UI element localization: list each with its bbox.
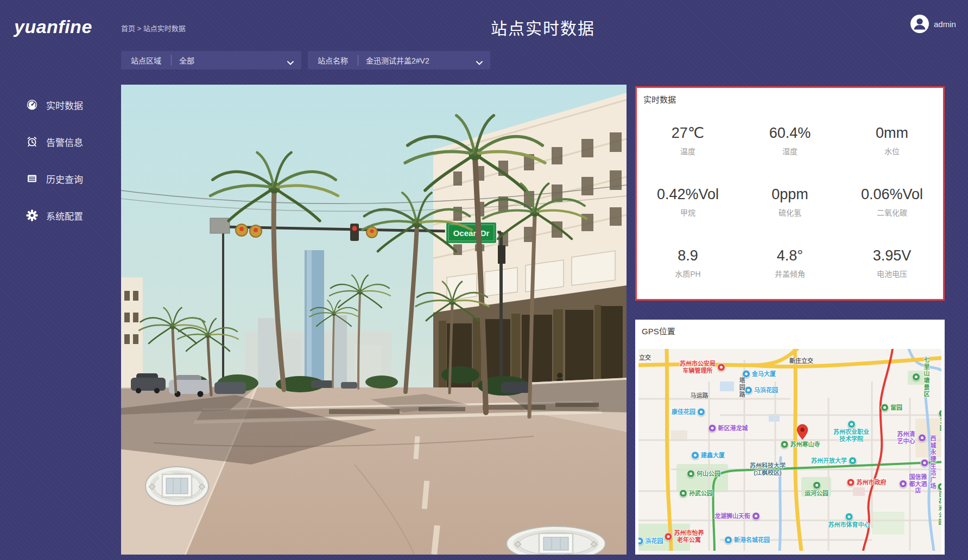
map-base: [638, 349, 941, 551]
map-poi-label: 苏州清艺中心: [896, 431, 916, 444]
map-poi-icon: [724, 536, 732, 544]
user-menu[interactable]: admin: [910, 14, 956, 34]
map-poi-label: 新区港龙城: [718, 425, 748, 432]
map-poi-label: 百花洲公园: [938, 491, 942, 525]
map-poi: 苏州农业职业 技术学院: [833, 420, 869, 442]
map-poi-label: 苏州市体育中心: [828, 521, 870, 529]
map-poi-icon: [813, 481, 821, 489]
map-poi: 苏州市政府: [847, 479, 887, 487]
metric-value: 0.42%Vol: [657, 186, 719, 203]
sidebar-item-label: 实时数据: [46, 98, 83, 112]
map-poi-label: 七里山塘景区: [922, 357, 932, 398]
map-poi-icon: [847, 420, 856, 428]
map-poi-icon: [845, 513, 853, 521]
gauge-icon: [26, 99, 38, 111]
region-select-label: 站点区域: [121, 55, 171, 66]
page-title: 站点实时数据: [304, 15, 782, 39]
map-poi-icon: [744, 386, 752, 394]
map-poi-label: 运河公园: [805, 490, 828, 497]
map-poi: 建鑫大厦: [691, 451, 725, 460]
breadcrumb: 首页 > 站点实时数据: [121, 23, 186, 33]
metric-value: 0mm: [876, 125, 908, 142]
map-poi-label: 浜花园: [646, 538, 663, 545]
map-poi-icon: [665, 533, 673, 541]
sidebar-item-history-query[interactable]: 历史查询: [0, 170, 106, 187]
region-select[interactable]: 站点区域 全部: [121, 51, 301, 69]
map-poi-icon: [921, 459, 929, 467]
username: admin: [934, 20, 956, 29]
map-poi: 苏州市公安局 车辆管理所: [680, 360, 725, 374]
map-poi-icon: [679, 489, 687, 498]
metric-value: 4.8°: [777, 247, 803, 264]
map-poi: 苏州寒山寺: [781, 441, 820, 449]
metric-label: 硫化氢: [779, 207, 801, 218]
gps-panel-title: GPS位置: [642, 325, 675, 336]
map-poi-label: 孙武公园: [689, 490, 713, 497]
history-icon: [26, 173, 38, 184]
map-poi-icon: [687, 470, 695, 478]
metric-methane: 0.42%Vol甲烷: [637, 171, 739, 232]
metric-water-level: 0mm水位: [841, 110, 943, 171]
map-poi-icon: [899, 480, 907, 488]
metric-value: 27℃: [672, 124, 704, 142]
site-select[interactable]: 站点名称 金迅测试井盖2#V2: [308, 51, 490, 69]
sidebar-item-alarm-info[interactable]: 告警信息: [0, 133, 106, 150]
map-poi-label: 立交: [639, 354, 651, 361]
map-poi-icon: [638, 537, 644, 545]
brand-logo: yuanfine: [14, 16, 92, 37]
map-poi-icon: [938, 482, 942, 491]
map-poi: 七里山塘景区: [912, 357, 932, 398]
sidebar-item-label: 系统配置: [46, 209, 83, 222]
map-poi: 运河公园: [805, 481, 828, 497]
map-poi-icon: [847, 479, 855, 487]
map-poi: 马浜花园: [744, 386, 778, 394]
map-poi-icon: [849, 457, 857, 465]
chevron-down-icon: [287, 58, 294, 62]
app-root: yuanfine 首页 > 站点实时数据 站点实时数据 admin 站点区域 全…: [0, 0, 968, 560]
map-poi-icon: [912, 373, 920, 381]
map-poi-label: 西城永捷 生活广场: [931, 435, 937, 490]
chevron-down-icon: [476, 58, 483, 62]
metric-value: 60.4%: [769, 125, 811, 142]
sidebar-item-label: 告警信息: [46, 135, 83, 149]
metric-label: 温度: [680, 145, 695, 156]
map-poi-label: 新庄立交: [789, 358, 813, 365]
map-poi-icon: [939, 409, 942, 417]
map-poi: 塔园路: [738, 378, 745, 399]
map-poi: 留园: [881, 404, 902, 412]
map-poi-label: 金马大厦: [752, 371, 776, 378]
map-poi: 百花洲公园: [938, 482, 942, 525]
gps-map[interactable]: 立交苏州市公安局 车辆管理所新庄立交七里山塘景区金马大厦马浜花园马运路塔园路康佳…: [638, 349, 941, 555]
metric-cover-tilt: 4.8°井盖倾角: [739, 232, 841, 294]
map-poi: 国信雅都大酒店: [899, 474, 927, 494]
metric-value: 8.9: [678, 247, 698, 264]
map-poi: 苏州开放大学: [811, 457, 857, 465]
map-poi: 金马大厦: [742, 370, 776, 378]
location-pin-icon: [796, 424, 808, 440]
map-poi-label: 苏州农业职业 技术学院: [833, 429, 869, 442]
metric-value: 0.06%Vol: [861, 186, 923, 203]
map-poi: 苏州市怡养 老年公寓: [665, 530, 704, 543]
site-select-value: 金迅测试井盖2#V2: [358, 55, 437, 66]
manhole-cover: [145, 467, 208, 506]
map-poi-icon: [881, 404, 889, 412]
map-poi-label: 苏州市公安局 车辆管理所: [680, 360, 716, 374]
map-poi-label: 艺圃: [939, 418, 942, 431]
metric-label: 井盖倾角: [775, 268, 805, 279]
metric-water-ph: 8.9水质PH: [637, 232, 739, 294]
sidebar-item-label: 历史查询: [46, 172, 83, 186]
map-poi-label: 新港名城花园: [734, 537, 770, 544]
map-poi-label: 何山公园: [697, 470, 720, 478]
metric-value: 3.95V: [873, 247, 912, 264]
sidebar-item-system-config[interactable]: 系统配置: [0, 207, 106, 224]
sidebar-item-realtime-data[interactable]: 实时数据: [0, 97, 106, 113]
map-poi-label: 苏州科技大学 (江枫校区): [750, 462, 786, 476]
map-poi-icon: [752, 512, 760, 520]
map-poi-icon: [781, 441, 789, 449]
map-poi-icon: [717, 364, 725, 372]
metric-co2: 0.06%Vol二氧化碳: [841, 171, 943, 232]
sign-back: [210, 218, 230, 233]
map-poi-icon: [691, 451, 699, 460]
map-poi-label: 建鑫大厦: [701, 452, 725, 459]
map-poi: 何山公园: [687, 470, 720, 478]
